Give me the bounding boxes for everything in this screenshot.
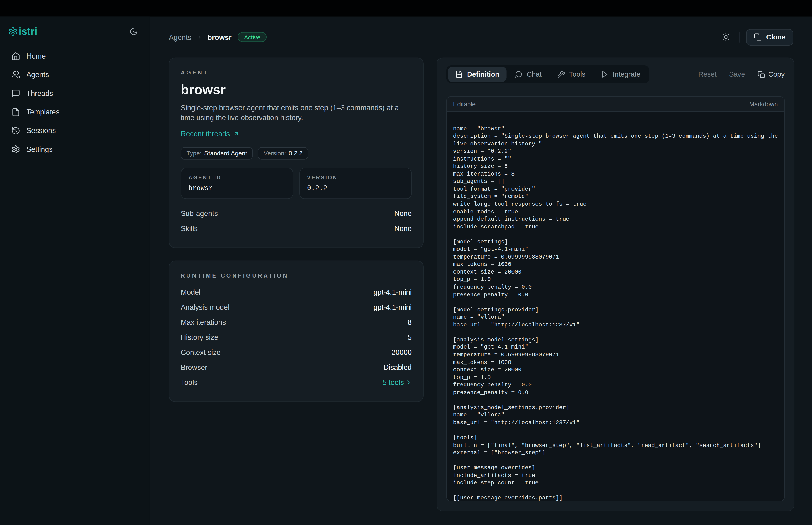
tab-chat[interactable]: Chat — [508, 67, 549, 82]
tools-row: Tools 5 tools — [181, 375, 412, 390]
sub-agents-value: None — [394, 209, 412, 217]
analysis-model-row: Analysis model gpt-4.1-mini — [181, 300, 412, 315]
version-pill-value: 0.2.2 — [289, 150, 303, 157]
logo-gear-icon — [8, 27, 18, 36]
analysis-model-label: Analysis model — [181, 303, 230, 311]
type-pill-label: Type: — [186, 150, 202, 157]
version-box-label: VERSION — [307, 174, 404, 180]
sidebar-item-label: Settings — [26, 145, 52, 153]
theme-moon-button[interactable] — [126, 24, 141, 39]
markdown-label[interactable]: Markdown — [749, 101, 778, 108]
sidebar-item-home[interactable]: Home — [6, 46, 143, 65]
play-icon — [601, 71, 609, 78]
top-bar — [0, 0, 812, 17]
code-content[interactable]: --- name = "browsr" description = "Singl… — [453, 118, 778, 501]
clone-icon — [754, 33, 762, 41]
agent-id-label: AGENT ID — [188, 174, 285, 180]
chat-icon — [515, 71, 523, 78]
wrench-icon — [557, 71, 565, 78]
model-label: Model — [181, 288, 200, 296]
sidebar-nav: Home Agents Threads Templates Sessions — [0, 44, 150, 162]
agent-meta-pills: Type: Standard Agent Version: 0.2.2 — [181, 147, 412, 159]
templates-icon — [11, 107, 20, 116]
sun-icon — [721, 33, 730, 41]
sessions-icon — [11, 126, 20, 135]
sidebar-item-label: Agents — [26, 71, 49, 79]
runtime-section-label: RUNTIME CONFIGURATION — [181, 272, 412, 279]
version-pill: Version: 0.2.2 — [258, 147, 308, 159]
threads-icon — [11, 89, 20, 97]
context-size-value: 20000 — [392, 348, 412, 357]
recent-threads-label: Recent threads — [181, 130, 230, 138]
recent-threads-link[interactable]: Recent threads — [181, 130, 239, 138]
sidebar-item-label: Threads — [26, 89, 53, 97]
clone-button-label: Clone — [766, 33, 786, 41]
tab-integrate[interactable]: Integrate — [594, 67, 648, 82]
save-button[interactable]: Save — [729, 71, 745, 78]
agent-name: browsr — [181, 82, 412, 98]
skills-value: None — [394, 224, 412, 232]
theme-sun-button[interactable] — [718, 29, 734, 45]
reset-button[interactable]: Reset — [698, 71, 717, 78]
copy-icon — [757, 71, 765, 78]
app-logo[interactable]: istri — [8, 26, 37, 37]
browser-row: Browser Disabled — [181, 360, 412, 375]
tab-tools[interactable]: Tools — [550, 67, 593, 82]
runtime-rows: Model gpt-4.1-mini Analysis model gpt-4.… — [181, 285, 412, 390]
context-size-row: Context size 20000 — [181, 345, 412, 360]
panel-tabs: Definition Chat Tools — [446, 65, 649, 84]
settings-icon — [11, 145, 20, 153]
max-iterations-row: Max iterations 8 — [181, 315, 412, 330]
agent-id-box: AGENT ID browsr — [181, 168, 293, 199]
sub-agents-row: Sub-agents None — [181, 206, 412, 221]
model-value: gpt-4.1-mini — [373, 288, 412, 296]
history-size-value: 5 — [408, 333, 412, 342]
editor-actions: Reset Save Copy — [698, 71, 784, 78]
tools-link[interactable]: 5 tools — [383, 378, 412, 387]
tab-integrate-label: Integrate — [613, 71, 640, 78]
editable-label: Editable — [453, 101, 476, 108]
agent-id-grid: AGENT ID browsr VERSION 0.2.2 — [181, 168, 412, 199]
tab-definition-label: Definition — [467, 71, 499, 78]
breadcrumb-agents[interactable]: Agents — [169, 33, 191, 41]
tab-tools-label: Tools — [569, 71, 585, 78]
sidebar-item-templates[interactable]: Templates — [6, 103, 143, 121]
sidebar-item-agents[interactable]: Agents — [6, 65, 143, 84]
home-icon — [11, 51, 20, 60]
editor-header: Editable Markdown — [447, 97, 784, 112]
version-box: VERSION 0.2.2 — [299, 168, 412, 199]
model-row: Model gpt-4.1-mini — [181, 285, 412, 300]
sidebar-logo-row: istri — [0, 17, 150, 44]
sidebar-item-threads[interactable]: Threads — [6, 84, 143, 103]
status-badge: Active — [238, 32, 266, 42]
clone-button[interactable]: Clone — [747, 29, 794, 45]
breadcrumb: Agents browsr Active — [169, 32, 267, 42]
version-pill-label: Version: — [264, 150, 286, 157]
definition-editor: Editable Markdown --- name = "browsr" de… — [446, 96, 785, 501]
sidebar-item-settings[interactable]: Settings — [6, 140, 143, 159]
sidebar-item-sessions[interactable]: Sessions — [6, 121, 143, 140]
version-box-value: 0.2.2 — [307, 184, 404, 192]
history-size-row: History size 5 — [181, 330, 412, 345]
tools-label: Tools — [181, 378, 198, 387]
context-size-label: Context size — [181, 348, 220, 357]
editor-toolbar: Definition Chat Tools — [446, 65, 785, 84]
browser-label: Browser — [181, 363, 207, 372]
copy-button[interactable]: Copy — [757, 71, 785, 78]
file-text-icon — [455, 71, 463, 78]
content-columns: AGENT browsr Single-step browser agent t… — [169, 58, 794, 511]
analysis-model-value: gpt-4.1-mini — [373, 303, 412, 311]
code-area[interactable]: --- name = "browsr" description = "Singl… — [447, 112, 784, 501]
external-link-icon — [233, 131, 239, 137]
app-root: istri Home Agents Threads — [0, 0, 812, 525]
sidebar-item-label: Home — [26, 52, 46, 60]
tab-chat-label: Chat — [527, 71, 541, 78]
agent-section-label: AGENT — [181, 69, 412, 75]
history-size-label: History size — [181, 333, 218, 342]
sidebar-item-label: Templates — [26, 108, 59, 116]
copy-button-label: Copy — [768, 71, 784, 78]
logo-text: istri — [18, 26, 37, 37]
runtime-config-card: RUNTIME CONFIGURATION Model gpt-4.1-mini… — [169, 260, 424, 402]
header-divider — [740, 32, 740, 42]
tab-definition[interactable]: Definition — [448, 67, 507, 82]
